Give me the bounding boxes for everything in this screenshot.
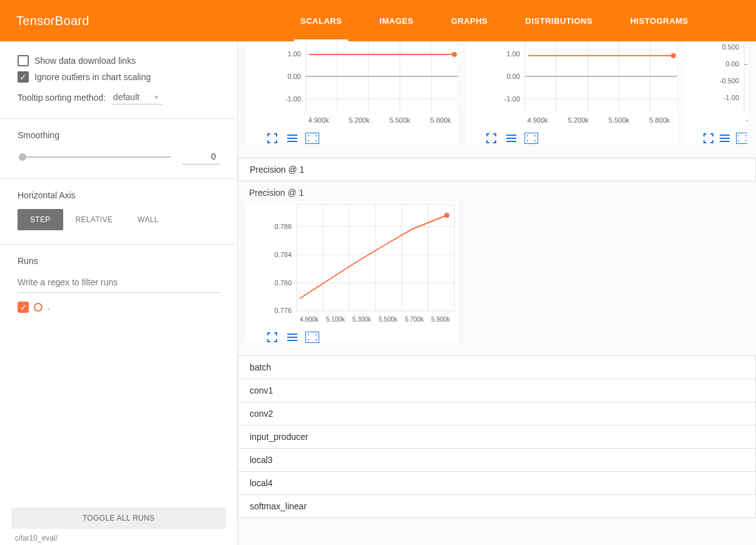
chart-title: Precision @ 1	[249, 188, 756, 198]
svg-point-68	[745, 140, 747, 141]
download-links-label: Show data download links	[34, 56, 136, 66]
header-tabs: SCALARS IMAGES GRAPHS DISTRIBUTIONS HIST…	[282, 0, 756, 41]
svg-text:0.780: 0.780	[274, 279, 292, 287]
svg-point-35	[671, 53, 676, 58]
svg-point-96	[315, 334, 317, 335]
tooltip-sort-label: Tooltip sorting method:	[18, 93, 106, 103]
runs-label: Runs	[18, 256, 220, 266]
svg-text:0.00: 0.00	[288, 73, 301, 80]
svg-text:4.900k: 4.900k	[300, 316, 319, 323]
tooltip-sort-select[interactable]: default ▼	[112, 90, 162, 104]
log-axis-icon[interactable]	[504, 133, 518, 144]
tab-images[interactable]: IMAGES	[360, 0, 432, 41]
section-precision-at-1[interactable]: Precision @ 1	[238, 158, 756, 181]
svg-text:5.500k: 5.500k	[379, 316, 398, 323]
svg-text:-1.00: -1.00	[723, 94, 739, 101]
precision-chart: 0.788 0.784 0.780 0.776 4.900k 5.100k 5.…	[247, 201, 458, 343]
log-axis-icon[interactable]	[285, 332, 299, 343]
svg-text:0.788: 0.788	[274, 223, 292, 230]
svg-text:5.200k: 5.200k	[349, 116, 370, 124]
section-conv1[interactable]: conv1	[238, 379, 756, 402]
svg-point-23	[308, 140, 309, 141]
runs-path: cifar10_eval/	[15, 534, 226, 542]
chevron-down-icon: ▼	[153, 94, 160, 101]
svg-point-24	[315, 140, 317, 141]
svg-point-66	[745, 135, 747, 136]
runs-filter-input[interactable]	[18, 272, 220, 293]
section-conv2[interactable]: conv2	[238, 402, 756, 425]
svg-text:-1.00: -1.00	[285, 95, 301, 103]
svg-point-10	[452, 52, 457, 57]
smoothing-input[interactable]	[182, 149, 220, 165]
checkbox-unchecked-icon	[18, 55, 29, 66]
fullscreen-icon[interactable]	[703, 133, 713, 144]
slider-knob-icon[interactable]	[19, 153, 26, 161]
tab-scalars[interactable]: SCALARS	[282, 0, 360, 41]
section-input-producer[interactable]: input_producer	[238, 425, 756, 449]
fullscreen-icon[interactable]	[265, 332, 279, 343]
app-title: TensorBoard	[16, 14, 89, 28]
svg-point-46	[527, 135, 528, 136]
tab-graphs[interactable]: GRAPHS	[432, 0, 507, 41]
svg-text:5.900k: 5.900k	[431, 316, 451, 323]
main-content: 1.00 0.00 -1.00 4.900k 5.200k 5.500k 5.8…	[238, 41, 756, 545]
tab-distributions[interactable]: DISTRIBUTIONS	[506, 0, 611, 41]
axis-wall-button[interactable]: WALL	[125, 209, 171, 230]
svg-text:-1.00: -1.00	[504, 95, 520, 103]
section-local4[interactable]: local4	[238, 472, 756, 495]
svg-text:4.900k: 4.900k	[308, 116, 329, 124]
fit-domain-icon[interactable]	[305, 133, 319, 144]
run-name: .	[48, 303, 49, 312]
svg-text:4.900k: 4.900k	[527, 116, 548, 124]
checkbox-checked-icon: ✓	[18, 71, 29, 83]
svg-point-22	[315, 135, 317, 136]
svg-text:5.200k: 5.200k	[568, 116, 589, 124]
svg-text:4.900k: 4.900k	[746, 116, 747, 124]
horizontal-axis-label: Horizontal Axis	[18, 190, 220, 200]
sidebar: Show data download links ✓ Ignore outlie…	[0, 41, 238, 545]
svg-text:5.100k: 5.100k	[326, 316, 345, 323]
log-axis-icon[interactable]	[285, 133, 299, 144]
axis-step-button[interactable]: STEP	[18, 209, 63, 230]
svg-point-21	[308, 135, 309, 136]
svg-point-98	[315, 339, 317, 340]
svg-text:0.776: 0.776	[274, 307, 292, 314]
svg-point-48	[527, 140, 528, 141]
svg-point-67	[738, 140, 739, 141]
section-softmax-linear[interactable]: softmax_linear	[238, 495, 756, 518]
svg-text:5.300k: 5.300k	[352, 316, 372, 323]
fit-domain-icon[interactable]	[736, 133, 747, 144]
section-local3[interactable]: local3	[238, 449, 756, 472]
axis-relative-button[interactable]: RELATIVE	[63, 209, 126, 230]
svg-point-95	[308, 334, 309, 335]
svg-point-47	[534, 135, 536, 136]
tab-histograms[interactable]: HISTOGRAMS	[611, 0, 707, 41]
run-checkbox[interactable]: ✓	[18, 302, 29, 313]
smoothing-slider[interactable]	[19, 156, 171, 158]
svg-text:0.500: 0.500	[722, 43, 739, 51]
fullscreen-icon[interactable]	[265, 133, 279, 144]
section-batch[interactable]: batch	[238, 355, 756, 379]
scalar-chart: 0.500 0.00 -0.500 -1.00 4.900k	[685, 41, 747, 144]
svg-text:1.00: 1.00	[507, 50, 520, 58]
svg-text:5.500k: 5.500k	[608, 116, 630, 124]
ignore-outliers-option[interactable]: ✓ Ignore outliers in chart scaling	[18, 71, 220, 83]
svg-text:-0.500: -0.500	[720, 77, 739, 84]
svg-point-81	[444, 213, 449, 218]
svg-text:0.784: 0.784	[274, 251, 292, 258]
svg-text:5.700k: 5.700k	[405, 316, 424, 323]
fullscreen-icon[interactable]	[484, 133, 498, 144]
scalar-chart: 1.00 0.00 -1.00 4.900k 5.200k 5.500k 5.8…	[466, 41, 677, 144]
toggle-all-runs-button[interactable]: TOGGLE ALL RUNS	[11, 507, 226, 529]
smoothing-label: Smoothing	[18, 130, 220, 140]
download-links-option[interactable]: Show data download links	[18, 55, 220, 66]
run-radio[interactable]	[34, 303, 43, 312]
svg-text:0.00: 0.00	[726, 60, 739, 68]
fit-domain-icon[interactable]	[305, 332, 319, 343]
svg-point-97	[308, 339, 309, 340]
log-axis-icon[interactable]	[720, 133, 730, 144]
svg-text:1.00: 1.00	[288, 50, 301, 58]
run-row: ✓ .	[18, 302, 220, 313]
fit-domain-icon[interactable]	[524, 133, 538, 144]
svg-text:0.00: 0.00	[507, 73, 520, 80]
